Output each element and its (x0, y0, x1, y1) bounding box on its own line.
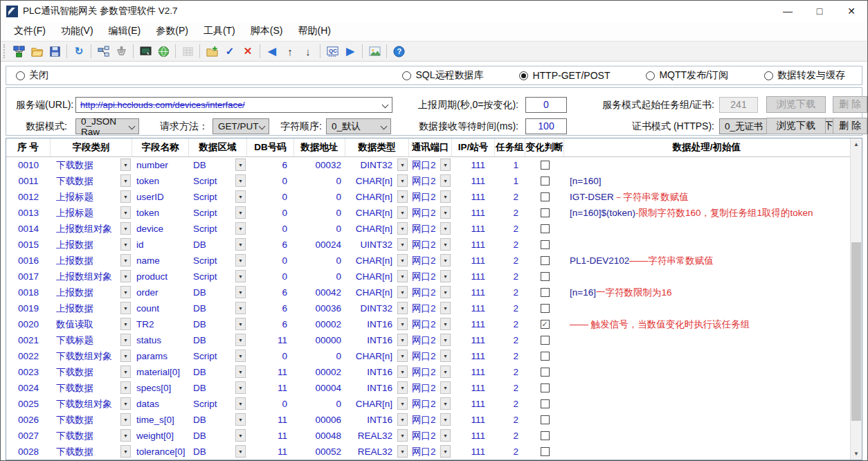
dropdown-button-icon[interactable]: ▼ (235, 174, 246, 187)
dropdown-button-icon[interactable]: ▼ (397, 381, 408, 394)
cell-task-group[interactable]: 2 (495, 205, 525, 221)
table-row-0013[interactable]: 0013上报标题▼tokenScript▼00CHAR[n]▼网口2▼1112[… (6, 205, 862, 221)
cell-category[interactable]: 上报数组对象▼ (51, 221, 132, 237)
table-row-0016[interactable]: 0016上报数据▼nameScript▼00CHAR[n]▼网口2▼1112PL… (6, 253, 862, 269)
cell-task-group[interactable]: 2 (495, 221, 525, 237)
dropdown-button-icon[interactable]: ▼ (120, 190, 131, 203)
cancel-icon[interactable]: ✕ (239, 43, 256, 60)
cell-ip-station[interactable]: 111 (452, 332, 495, 348)
cell-field-name[interactable]: datas (132, 396, 189, 412)
cell-data-type[interactable]: CHAR[n]▼ (345, 284, 409, 300)
dropdown-button-icon[interactable]: ▼ (120, 429, 131, 442)
dropdown-button-icon[interactable]: ▼ (120, 318, 131, 330)
dropdown-button-icon[interactable]: ▼ (440, 413, 451, 426)
menu-item-2[interactable]: 编辑(E) (101, 22, 149, 40)
table-row-0011[interactable]: 0011下载数据▼tokenScript▼00CHAR[n]▼网口2▼1111[… (6, 173, 862, 189)
dropdown-button-icon[interactable]: ▼ (397, 413, 408, 426)
dropdown-button-icon[interactable]: ▼ (235, 190, 246, 203)
receive-wait-input[interactable]: 100 (525, 118, 567, 134)
paste-folder-icon[interactable] (204, 43, 220, 60)
table-header-4[interactable]: DB号码 (247, 138, 294, 156)
cell-comm-port[interactable]: 网口2▼ (409, 237, 452, 253)
dropdown-button-icon[interactable]: ▼ (397, 270, 408, 282)
change-checkbox[interactable] (541, 304, 550, 313)
cell-field-name[interactable]: token (132, 173, 189, 189)
cell-data-type[interactable]: DINT32▼ (345, 157, 409, 173)
cell-field-name[interactable]: number (132, 157, 189, 173)
cell-data-area[interactable]: DB▼ (189, 380, 247, 396)
dropdown-button-icon[interactable]: ▼ (120, 381, 131, 394)
cell-data-area[interactable]: DB▼ (189, 332, 247, 348)
cell-comm-port[interactable]: 网口2▼ (409, 157, 452, 173)
cell-ip-station[interactable]: 111 (452, 380, 495, 396)
cell-task-group[interactable]: 2 (495, 428, 525, 444)
cell-field-name[interactable]: params (132, 348, 189, 364)
topology-icon[interactable] (95, 43, 111, 60)
menu-item-4[interactable]: 工具(T) (196, 22, 243, 40)
cell-ip-station[interactable]: 111 (452, 157, 495, 173)
cell-comm-port[interactable]: 网口2▼ (409, 284, 452, 300)
cell-field-name[interactable]: weight[0] (132, 428, 189, 444)
table-header-9[interactable]: 任务组 (495, 138, 525, 156)
cell-data-area[interactable]: DB▼ (189, 284, 247, 300)
menu-item-1[interactable]: 功能(V) (53, 22, 101, 40)
cell-comm-port[interactable]: 网口2▼ (409, 364, 452, 380)
cell-comm-port[interactable]: 网口2▼ (409, 300, 452, 316)
cell-data-area[interactable]: DB▼ (189, 364, 247, 380)
cell-category[interactable]: 上报标题▼ (51, 189, 132, 205)
cell-comm-port[interactable]: 网口2▼ (409, 205, 452, 221)
cell-db-number[interactable]: 0 (247, 189, 294, 205)
dropdown-button-icon[interactable]: ▼ (235, 302, 246, 314)
cell-db-number[interactable]: 0 (247, 221, 294, 237)
cell-data-area[interactable]: DB▼ (189, 428, 247, 444)
cell-data-type[interactable]: REAL32▼ (345, 428, 409, 444)
dropdown-button-icon[interactable]: ▼ (397, 254, 408, 266)
table-header-11[interactable]: 数据处理/初始值 (564, 138, 862, 156)
change-checkbox[interactable] (541, 161, 550, 170)
dropdown-button-icon[interactable]: ▼ (120, 413, 131, 426)
cell-category[interactable]: 下载数据▼ (51, 428, 132, 444)
cell-category[interactable]: 下载标题▼ (51, 332, 132, 348)
menu-item-5[interactable]: 脚本(S) (243, 22, 291, 40)
serial-port-icon[interactable] (113, 43, 129, 60)
table-row-0021[interactable]: 0021下载标题▼statusDB▼1100000INT16▼网口2▼1112 (6, 332, 862, 348)
table-header-5[interactable]: 数据地址 (294, 138, 345, 156)
cell-task-group[interactable]: 2 (495, 412, 525, 428)
cell-comm-port[interactable]: 网口2▼ (409, 428, 452, 444)
cell-task-group[interactable]: 2 (495, 284, 525, 300)
cell-data-area[interactable]: Script▼ (189, 396, 247, 412)
cell-data-area[interactable]: Script▼ (189, 221, 247, 237)
cell-db-number[interactable]: 6 (247, 284, 294, 300)
cell-ip-station[interactable]: 111 (452, 364, 495, 380)
char-order-select[interactable]: 0_默认 (326, 118, 391, 134)
dropdown-button-icon[interactable]: ▼ (440, 365, 451, 378)
cell-data-address[interactable]: 00004 (294, 380, 345, 396)
table-row-0017[interactable]: 0017上报数组对象▼productScript▼00CHAR[n]▼网口2▼1… (6, 269, 862, 284)
cell-ip-station[interactable]: 111 (452, 348, 495, 364)
cert-delete-button-1[interactable]: 删 除 (833, 96, 867, 113)
confirm-icon[interactable]: ✓ (221, 43, 238, 60)
cell-db-number[interactable]: 0 (247, 173, 294, 189)
cell-category[interactable]: 上报数据▼ (51, 284, 132, 300)
cell-data-address[interactable]: 0 (294, 173, 345, 189)
cell-data-area[interactable]: Script▼ (189, 269, 247, 284)
change-checkbox[interactable] (541, 336, 550, 345)
cell-category[interactable]: 下载数据▼ (51, 364, 132, 380)
table-header-6[interactable]: 数据类型 (345, 138, 409, 156)
cert-browse-download-button[interactable]: 浏览下载 (766, 118, 826, 134)
cell-comm-port[interactable]: 网口2▼ (409, 221, 452, 237)
table-header-10[interactable]: 变化判断 (525, 138, 564, 156)
toolbar-grip[interactable] (3, 44, 7, 58)
cell-data-type[interactable]: INT16▼ (345, 364, 409, 380)
cell-task-group[interactable]: 1 (495, 157, 525, 173)
change-checkbox[interactable] (541, 447, 550, 456)
dropdown-button-icon[interactable]: ▼ (120, 334, 131, 346)
dropdown-button-icon[interactable]: ▼ (440, 174, 451, 187)
cell-ip-station[interactable]: 111 (452, 269, 495, 284)
change-checkbox[interactable] (541, 399, 550, 408)
cell-data-area[interactable]: Script▼ (189, 348, 247, 364)
cell-data-address[interactable]: 00000 (294, 332, 345, 348)
dropdown-button-icon[interactable]: ▼ (440, 270, 451, 282)
cell-data-area[interactable]: Script▼ (189, 205, 247, 221)
cell-db-number[interactable]: 0 (247, 253, 294, 269)
